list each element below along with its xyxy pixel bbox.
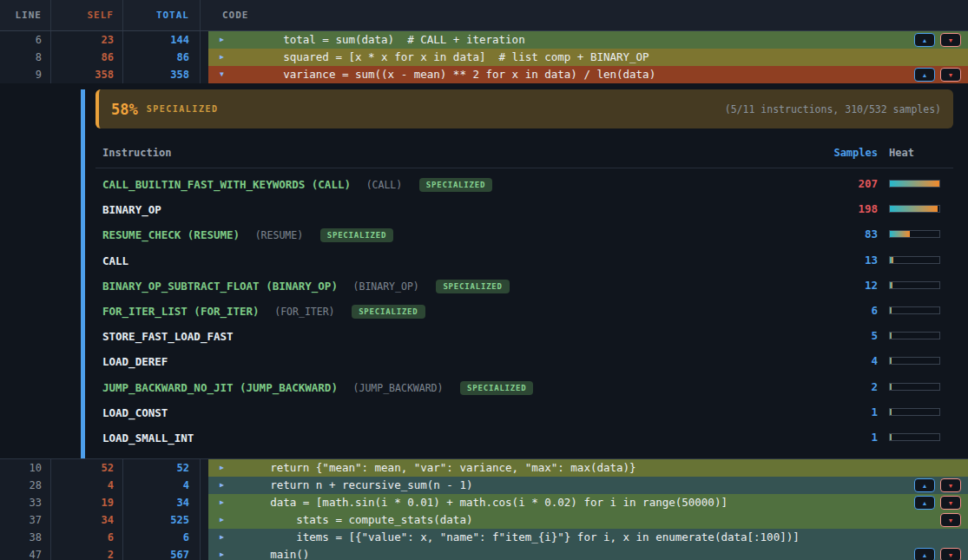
column-header-self[interactable]: SELF: [51, 0, 123, 30]
instruction-name: CALL_BUILTIN_FAST_WITH_KEYWORDS (CALL): [102, 178, 351, 191]
heat-bar-cell: [889, 180, 953, 188]
heat-bar-fill: [890, 358, 892, 364]
instruction-name: JUMP_BACKWARD_NO_JIT (JUMP_BACKWARD): [102, 381, 338, 394]
heat-bar-track: [889, 230, 940, 238]
bump-up-button[interactable]: ▲: [914, 548, 935, 560]
instruction-table-header: Instruction Samples Heat: [95, 128, 953, 168]
column-gap: [201, 49, 208, 66]
expand-icon[interactable]: ▶: [208, 31, 231, 49]
instruction-row: BINARY_OP_SUBTRACT_FLOAT (BINARY_OP) (BI…: [95, 273, 953, 298]
bump-down-button[interactable]: ▼: [940, 548, 961, 560]
code-line-row[interactable]: 9 358 358 ▼ variance = sum((x - mean) **…: [0, 66, 968, 83]
code-cell[interactable]: ▶ data = [math.sin(i * 0.01) + math.cos(…: [208, 494, 968, 511]
code-cell[interactable]: ▶ stats = compute_stats(data) ▼: [208, 511, 968, 529]
expand-icon[interactable]: ▶: [208, 529, 231, 546]
bump-down-button[interactable]: ▼: [940, 33, 961, 47]
heat-bar-track: [889, 332, 940, 339]
heat-bar-cell: [889, 383, 953, 391]
code-line-row[interactable]: 38 6 6 ▶ items = [{"value": x, "name": f…: [0, 529, 968, 546]
heat-bar-track: [889, 306, 940, 314]
total-count: 358: [123, 66, 201, 83]
column-gap: [201, 31, 208, 49]
self-count: 4: [51, 477, 123, 494]
code-text: items = [{"value": x, "name": f"item_{i}…: [231, 529, 961, 546]
instruction-row: RESUME_CHECK (RESUME) (RESUME) SPECIALIZ…: [95, 221, 953, 247]
column-header-instruction[interactable]: Instruction: [102, 147, 791, 159]
bump-up-button[interactable]: ▲: [914, 33, 935, 47]
instruction-row: JUMP_BACKWARD_NO_JIT (JUMP_BACKWARD) (JU…: [95, 374, 953, 399]
column-header-samples[interactable]: Samples: [791, 147, 878, 159]
specialized-badge: SPECIALIZED: [436, 280, 509, 293]
expand-icon[interactable]: ▼: [208, 66, 231, 83]
total-count: 52: [123, 459, 201, 477]
specialization-panel: 58% SPECIALIZED (5/11 instructions, 310/…: [0, 89, 968, 458]
column-gap: [201, 459, 208, 477]
row-buttons: ▲ ▼: [914, 478, 961, 492]
sample-count: 4: [791, 354, 878, 367]
code-line-row[interactable]: 10 52 52 ▶ return {"mean": mean, "var": …: [0, 459, 968, 477]
bump-down-button[interactable]: ▼: [940, 496, 961, 510]
code-cell[interactable]: ▼ variance = sum((x - mean) ** 2 for x i…: [208, 66, 968, 83]
line-number: 28: [0, 477, 51, 494]
heat-bar-fill: [890, 333, 892, 339]
code-cell[interactable]: ▶ return n + recursive_sum(n - 1) ▲ ▼: [208, 477, 968, 494]
heat-bar-cell: [889, 433, 953, 441]
column-gap: [201, 66, 208, 83]
self-count: 23: [51, 31, 123, 49]
self-count: 6: [51, 529, 123, 546]
code-text: variance = sum((x - mean) ** 2 for x in …: [231, 66, 914, 83]
specialized-badge: SPECIALIZED: [460, 381, 533, 395]
instruction-name: RESUME_CHECK (RESUME): [102, 228, 240, 241]
expand-icon[interactable]: ▶: [208, 494, 231, 511]
heat-bar-fill: [890, 384, 892, 390]
heat-bar-cell: [889, 408, 953, 416]
sample-count: 1: [791, 405, 878, 418]
code-line-row[interactable]: 8 86 86 ▶ squared = [x * x for x in data…: [0, 49, 968, 66]
bump-down-button[interactable]: ▼: [940, 513, 961, 527]
heat-bar-cell: [889, 230, 953, 238]
specialized-percent: 58%: [111, 101, 138, 118]
heat-bar-track: [889, 205, 940, 213]
code-cell[interactable]: ▶ main() ▲ ▼: [208, 546, 968, 560]
bump-up-button[interactable]: ▲: [914, 478, 935, 492]
expand-icon[interactable]: ▶: [208, 459, 231, 477]
total-count: 144: [123, 31, 201, 49]
profiler-view: LINE SELF TOTAL CODE 6 23 144 ▶ total = …: [0, 0, 968, 560]
base-opcode: (FOR_ITER): [274, 306, 334, 318]
code-line-row[interactable]: 33 19 34 ▶ data = [math.sin(i * 0.01) + …: [0, 494, 968, 511]
code-cell[interactable]: ▶ squared = [x * x for x in data] # list…: [208, 49, 968, 66]
column-gap: [201, 477, 208, 494]
code-line-row[interactable]: 6 23 144 ▶ total = sum(data) # CALL + it…: [0, 31, 968, 49]
code-rows-top: 6 23 144 ▶ total = sum(data) # CALL + it…: [0, 31, 968, 83]
bump-down-button[interactable]: ▼: [940, 478, 961, 492]
total-count: 4: [123, 477, 201, 494]
expand-icon[interactable]: ▶: [208, 49, 231, 66]
expand-icon[interactable]: ▶: [208, 546, 231, 560]
expand-icon[interactable]: ▶: [208, 511, 231, 529]
code-line-row[interactable]: 37 34 525 ▶ stats = compute_stats(data) …: [0, 511, 968, 529]
instruction-row: LOAD_DEREF 4: [95, 348, 953, 373]
instruction-name: LOAD_DEREF: [102, 355, 168, 368]
column-header-line[interactable]: LINE: [0, 0, 51, 30]
line-number: 9: [0, 66, 51, 83]
instruction-name-cell: LOAD_SMALL_INT: [102, 429, 791, 445]
code-cell[interactable]: ▶ items = [{"value": x, "name": f"item_{…: [208, 529, 968, 546]
row-buttons: ▲ ▼: [914, 496, 961, 510]
bump-up-button[interactable]: ▲: [914, 496, 935, 510]
bump-down-button[interactable]: ▼: [940, 68, 961, 82]
specialized-label: SPECIALIZED: [147, 104, 219, 114]
instruction-name-cell: JUMP_BACKWARD_NO_JIT (JUMP_BACKWARD) (JU…: [102, 379, 791, 395]
code-line-row[interactable]: 47 2 567 ▶ main() ▲ ▼: [0, 546, 968, 560]
column-header-heat[interactable]: Heat: [889, 147, 953, 159]
column-gap: [201, 546, 208, 560]
bump-up-button[interactable]: ▲: [914, 68, 935, 82]
heat-bar-fill: [890, 231, 910, 237]
column-header-total[interactable]: TOTAL: [123, 0, 201, 30]
code-cell[interactable]: ▶ return {"mean": mean, "var": variance,…: [208, 459, 968, 477]
heat-bar-fill: [890, 181, 939, 187]
code-line-row[interactable]: 28 4 4 ▶ return n + recursive_sum(n - 1)…: [0, 477, 968, 494]
instruction-row: STORE_FAST_LOAD_FAST 5: [95, 323, 953, 348]
expand-icon[interactable]: ▶: [208, 477, 231, 494]
code-cell[interactable]: ▶ total = sum(data) # CALL + iteration ▲…: [208, 31, 968, 49]
expanded-row-indicator-line: [81, 89, 85, 458]
